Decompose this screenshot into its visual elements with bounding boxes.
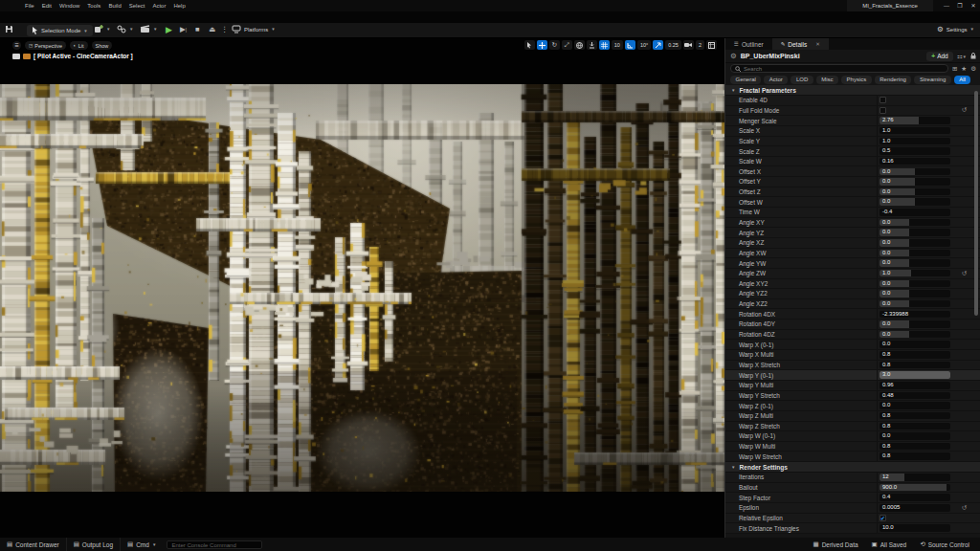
minimize-button[interactable]: — bbox=[940, 0, 953, 11]
all-saved-button[interactable]: ▣ All Saved bbox=[865, 538, 914, 551]
param-field[interactable]: 0.0 bbox=[880, 331, 950, 339]
param-field[interactable]: 12 bbox=[880, 474, 950, 481]
column-divider[interactable] bbox=[877, 452, 878, 461]
camera-speed[interactable] bbox=[683, 40, 694, 50]
menu-build[interactable]: Build bbox=[108, 3, 121, 9]
perspective-dropdown[interactable]: ◳ Perspective bbox=[25, 41, 66, 50]
column-divider[interactable] bbox=[877, 370, 878, 380]
column-divider[interactable] bbox=[877, 258, 878, 268]
column-divider[interactable] bbox=[877, 289, 878, 298]
skip-button[interactable]: ▶| bbox=[180, 25, 187, 33]
select-tool[interactable] bbox=[524, 40, 535, 50]
column-divider[interactable] bbox=[877, 96, 878, 105]
param-field[interactable]: 0.8 bbox=[880, 412, 950, 420]
category-physics[interactable]: Physics bbox=[841, 76, 872, 84]
scale-snap-toggle[interactable] bbox=[653, 40, 663, 50]
column-divider[interactable] bbox=[877, 249, 878, 258]
menu-file[interactable]: File bbox=[25, 3, 34, 9]
restore-button[interactable]: ❐ bbox=[953, 0, 967, 11]
favorites-icon[interactable]: ★ bbox=[961, 65, 967, 73]
column-divider[interactable] bbox=[877, 309, 878, 319]
menu-tools[interactable]: Tools bbox=[87, 3, 100, 9]
eject-button[interactable]: ⏏ bbox=[209, 25, 215, 33]
column-divider[interactable] bbox=[877, 177, 878, 187]
param-checkbox[interactable]: ✔ bbox=[880, 515, 886, 521]
column-divider[interactable] bbox=[877, 157, 878, 166]
lock-icon[interactable] bbox=[970, 53, 976, 59]
filter-icon[interactable]: ⊞ bbox=[952, 65, 957, 73]
reset-to-default-icon[interactable]: ↺ bbox=[962, 106, 967, 114]
reset-to-default-icon[interactable]: ↺ bbox=[962, 270, 967, 277]
selection-mode-dropdown[interactable]: Selection Mode ▼ bbox=[27, 25, 93, 36]
show-dropdown[interactable]: Show bbox=[92, 41, 113, 50]
column-divider[interactable] bbox=[877, 106, 878, 116]
play-options-kebab[interactable]: ⋮ bbox=[221, 25, 229, 33]
blueprints-dropdown[interactable]: ▼ bbox=[117, 25, 133, 33]
add-component-button[interactable]: + Add bbox=[926, 52, 952, 61]
column-divider[interactable] bbox=[877, 187, 878, 197]
column-divider[interactable] bbox=[877, 391, 878, 401]
source-control-button[interactable]: ⟲ Source Control bbox=[913, 538, 976, 551]
category-all[interactable]: All bbox=[954, 76, 971, 84]
viewport[interactable]: ☰ ◳ Perspective ◐ Lit Show ↻ ⤢ 10 10° 0.… bbox=[0, 38, 724, 538]
cinematics-dropdown[interactable]: ▼ bbox=[140, 25, 157, 33]
param-field[interactable]: 0.0005 bbox=[880, 504, 950, 512]
param-field[interactable]: 0.8 bbox=[880, 443, 950, 451]
column-divider[interactable] bbox=[877, 381, 878, 390]
rotate-tool[interactable]: ↻ bbox=[549, 40, 560, 50]
column-divider[interactable] bbox=[877, 137, 878, 146]
param-field[interactable]: 0.0 bbox=[880, 219, 950, 227]
param-field[interactable]: 0.0 bbox=[880, 320, 950, 328]
param-field[interactable]: -0.4 bbox=[880, 209, 950, 216]
column-divider[interactable] bbox=[877, 473, 878, 482]
param-field[interactable]: 0.8 bbox=[880, 362, 950, 369]
param-field[interactable]: 0.0 bbox=[880, 280, 950, 288]
param-field[interactable]: 0.48 bbox=[880, 392, 950, 400]
param-field[interactable]: 1.0 bbox=[880, 127, 950, 135]
console-input[interactable]: Enter Console Command bbox=[167, 540, 262, 549]
param-field[interactable]: 0.4 bbox=[880, 494, 950, 501]
section-header[interactable]: ▼Render Settings bbox=[725, 462, 980, 473]
param-field[interactable]: 0.0 bbox=[880, 432, 950, 440]
column-divider[interactable] bbox=[877, 514, 878, 523]
column-divider[interactable] bbox=[877, 503, 878, 513]
column-divider[interactable] bbox=[877, 228, 878, 237]
column-divider[interactable] bbox=[877, 320, 878, 329]
cmd-dropdown[interactable]: ▤ Cmd ▼ bbox=[121, 538, 163, 551]
param-field[interactable]: 0.5 bbox=[880, 147, 950, 155]
category-general[interactable]: General bbox=[730, 76, 761, 84]
column-divider[interactable] bbox=[877, 126, 878, 136]
category-lod[interactable]: LOD bbox=[791, 76, 813, 84]
column-divider[interactable] bbox=[877, 483, 878, 493]
param-field[interactable]: 2.76 bbox=[880, 117, 950, 124]
column-divider[interactable] bbox=[877, 299, 878, 309]
viewport-menu-icon[interactable]: ☰ bbox=[12, 41, 21, 50]
param-field[interactable]: 1.0 bbox=[880, 138, 950, 145]
column-divider[interactable] bbox=[877, 411, 878, 421]
column-divider[interactable] bbox=[877, 330, 878, 340]
scale-snap-value[interactable]: 0.25 bbox=[665, 40, 681, 50]
menu-help[interactable]: Help bbox=[173, 3, 185, 9]
category-rendering[interactable]: Rendering bbox=[875, 76, 912, 84]
play-button[interactable]: ▶ bbox=[166, 25, 172, 34]
param-field[interactable]: 0.0 bbox=[880, 178, 950, 186]
column-divider[interactable] bbox=[877, 269, 878, 278]
param-field[interactable]: 1.0 bbox=[880, 270, 950, 277]
surface-snap-toggle[interactable] bbox=[587, 40, 597, 50]
param-field[interactable]: 0.0 bbox=[880, 188, 950, 196]
column-divider[interactable] bbox=[877, 361, 878, 370]
param-field[interactable]: 3.0 bbox=[880, 371, 950, 379]
column-divider[interactable] bbox=[877, 116, 878, 125]
category-misc[interactable]: Misc bbox=[816, 76, 838, 84]
close-tab-icon[interactable]: ✕ bbox=[815, 41, 820, 47]
content-drawer-button[interactable]: ▤ Content Drawer bbox=[0, 538, 67, 551]
column-divider[interactable] bbox=[877, 422, 878, 431]
param-field[interactable]: 900.0 bbox=[880, 484, 950, 492]
search-input[interactable]: Search bbox=[730, 64, 948, 73]
lit-dropdown[interactable]: ◐ Lit bbox=[70, 41, 88, 50]
param-field[interactable]: 0.16 bbox=[880, 158, 950, 165]
column-divider[interactable] bbox=[877, 493, 878, 502]
section-header[interactable]: ▼Fractal Parameters bbox=[725, 85, 980, 96]
category-streaming[interactable]: Streaming bbox=[914, 76, 950, 84]
derived-data-button[interactable]: ▦ Derived Data bbox=[806, 538, 864, 551]
